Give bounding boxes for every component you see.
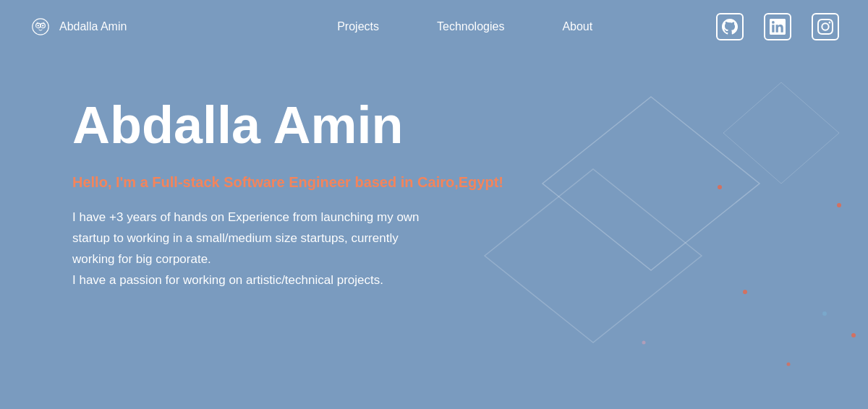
svg-point-4 <box>42 25 43 26</box>
brand-link[interactable]: Abdalla Amin <box>29 15 127 38</box>
hero-title: Abdalla Amin <box>72 97 796 154</box>
navbar: Abdalla Amin Projects Technologies About <box>0 0 868 53</box>
github-icon <box>722 19 738 35</box>
instagram-button[interactable] <box>812 13 839 40</box>
brand-icon <box>29 15 52 38</box>
svg-point-12 <box>851 333 856 337</box>
brand-label: Abdalla Amin <box>59 20 127 33</box>
github-button[interactable] <box>716 13 744 40</box>
hero-body: I have +3 years of hands on Experience f… <box>72 207 434 291</box>
nav-links: Projects Technologies About <box>337 20 592 33</box>
instagram-icon <box>817 19 833 35</box>
hero-body-line2: I have a passion for working on artistic… <box>72 273 383 287</box>
hero-subtitle: Hello, I'm a Full-stack Software Enginee… <box>72 171 796 193</box>
svg-point-13 <box>642 341 646 345</box>
nav-link-technologies[interactable]: Technologies <box>437 20 504 33</box>
linkedin-button[interactable] <box>764 13 791 40</box>
hero-section: Abdalla Amin Hello, I'm a Full-stack Sof… <box>0 53 868 291</box>
nav-link-projects[interactable]: Projects <box>337 20 379 33</box>
hero-body-line1: I have +3 years of hands on Experience f… <box>72 210 420 266</box>
linkedin-icon <box>770 19 786 35</box>
nav-link-about[interactable]: About <box>562 20 592 33</box>
svg-point-11 <box>822 311 827 316</box>
svg-point-14 <box>787 363 791 366</box>
nav-social <box>716 13 839 40</box>
svg-point-3 <box>38 25 39 26</box>
